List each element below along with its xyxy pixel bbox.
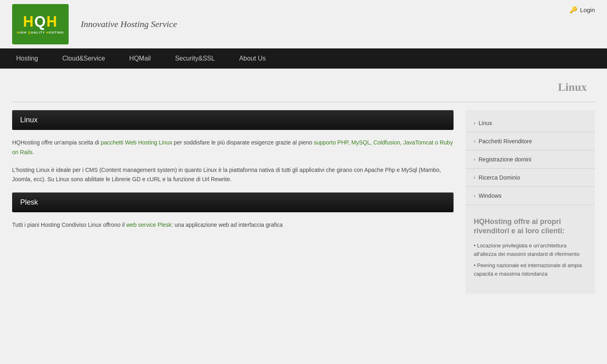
- logo-subtitle: HIGH QUALITY HOSTING: [17, 31, 64, 34]
- tagline: Innovative Hosting Service: [81, 19, 177, 29]
- nav-item-hqmail[interactable]: HQMail: [117, 48, 163, 69]
- arrow-icon: ›: [474, 175, 475, 180]
- nav-item-hosting[interactable]: Hosting: [4, 48, 50, 69]
- sidebar-box-item-1: • Locazione privilegiata e un'architettu…: [474, 242, 587, 259]
- sidebar-box-item-2: • Peering nazionale ed internazionale di…: [474, 261, 587, 278]
- key-icon: 🔑: [569, 6, 578, 14]
- page-title: Linux: [558, 81, 587, 93]
- logo[interactable]: HQH HIGH QUALITY HOSTING: [12, 4, 69, 44]
- linux-desc-para: L'hosting Linux è ideale per i CMS (Cont…: [12, 165, 454, 185]
- header: HQH HIGH QUALITY HOSTING Innovative Host…: [0, 0, 607, 48]
- logo-letters: HQH: [23, 15, 58, 29]
- plesk-link[interactable]: web service Plesk: [126, 222, 171, 228]
- linux-packages-link[interactable]: pacchetti Web Hosting Linux: [101, 139, 172, 146]
- arrow-icon: ›: [474, 157, 475, 162]
- nav-item-security-ssl[interactable]: Security&SSL: [163, 48, 227, 69]
- sidebar-box-title: HQHosting offre ai propri rivenditori e …: [474, 217, 587, 236]
- page-title-area: Linux: [0, 69, 607, 102]
- login-label: Login: [580, 6, 595, 13]
- sidebar-info-box: HQHosting offre ai propri rivenditori e …: [466, 209, 595, 290]
- section-plesk-header: Plesk: [12, 192, 454, 212]
- content-area: Linux HQHosting offre un'ampia scelta di…: [12, 110, 466, 294]
- arrow-icon: ›: [474, 120, 475, 126]
- sidebar-link-pacchetti-rivenditore[interactable]: › Pacchetti Rivenditore: [466, 132, 595, 151]
- nav-item-cloud-service[interactable]: Cloud&Service: [50, 48, 117, 69]
- sidebar-link-ricerca-dominio[interactable]: › Ricerca Dominio: [466, 169, 595, 187]
- login-button[interactable]: 🔑 Login: [569, 6, 595, 14]
- sidebar-link-windows[interactable]: › Windows: [466, 187, 595, 205]
- section-linux-header: Linux: [12, 110, 454, 130]
- linux-intro-para: HQHosting offre un'ampia scelta di pacch…: [12, 138, 454, 157]
- plesk-intro-para: Tutti i piani Hosting Condiviso Linux of…: [12, 220, 454, 230]
- nav-item-about-us[interactable]: About Us: [227, 48, 278, 69]
- sidebar: › Linux › Pacchetti Rivenditore › Regist…: [466, 110, 595, 294]
- arrow-icon: ›: [474, 138, 475, 144]
- sidebar-link-registrazione-domini[interactable]: › Registrazione domini: [466, 151, 595, 169]
- arrow-icon: ›: [474, 193, 475, 199]
- main-content: Linux HQHosting offre un'ampia scelta di…: [0, 110, 607, 306]
- sidebar-link-linux[interactable]: › Linux: [466, 114, 595, 132]
- divider: [12, 102, 595, 102]
- main-nav: Hosting Cloud&Service HQMail Security&SS…: [0, 48, 607, 69]
